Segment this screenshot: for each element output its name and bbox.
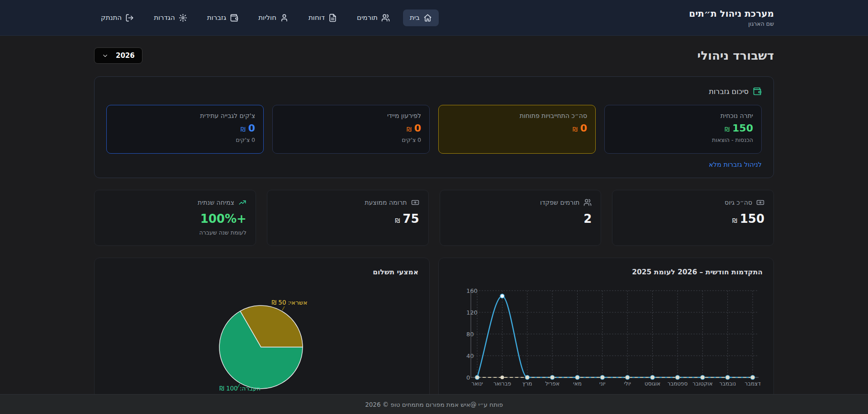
svg-text:מאי: מאי <box>573 381 582 387</box>
treasury-summary-header: סיכום גזברות <box>106 87 762 96</box>
svg-text:דצמבר: דצמבר <box>745 381 761 387</box>
pie-label-1: העברה: 100 ₪ <box>219 385 261 392</box>
chevron-down-icon <box>102 52 109 59</box>
svg-text:80: 80 <box>466 331 474 338</box>
year-select[interactable]: 2026 <box>94 47 142 64</box>
stat-card-active-donors: תורמים שפקדו2 <box>440 190 602 246</box>
nav-item-label: דוחות <box>308 14 325 22</box>
pie-chart-svg[interactable] <box>103 283 418 401</box>
wallet-icon <box>230 14 238 22</box>
top-navbar: מערכת ניהול ת״תים שם הארגון ביתתורמיםדוח… <box>0 0 868 36</box>
org-name: שם הארגון <box>689 20 774 27</box>
logout-icon <box>125 14 134 22</box>
svg-text:אפריל: אפריל <box>545 381 560 387</box>
main-content: דשבורד ניהולי 2026 סיכום גזברות יתרה נוכ… <box>94 47 774 414</box>
card-label: צ'קים לגבייה עתידית <box>115 112 255 119</box>
stat-label: צמיחה שנתית <box>198 199 234 206</box>
file-icon <box>328 14 337 22</box>
pie-chart-title: אמצעי תשלום <box>105 268 418 276</box>
users-icon <box>381 14 390 22</box>
svg-text:0: 0 <box>466 374 470 381</box>
stat-value: 100%+ <box>104 212 247 226</box>
svg-text:אוגוסט: אוגוסט <box>645 381 660 387</box>
currency-symbol: ₪ <box>725 126 730 133</box>
svg-text:160: 160 <box>466 287 478 294</box>
page-footer: פותח ע״י @איש אמת מפורום מתמחים טופ © 20… <box>0 394 868 414</box>
stat-header: סה״כ גיוס <box>621 198 764 207</box>
nav-item-treasury[interactable]: גזברות <box>200 9 245 26</box>
stat-subtext: לעומת שנה שעברה <box>104 229 247 236</box>
stat-header: צמיחה שנתית <box>104 198 247 207</box>
stat-card-avg-donation: תרומה ממוצעת₪75 <box>267 190 429 246</box>
stat-header: תורמים שפקדו <box>449 198 592 207</box>
svg-text:יוני: יוני <box>599 381 605 387</box>
payment-methods-pie-chart[interactable]: אשראי: 50 ₪העברה: 100 ₪ <box>105 283 418 403</box>
nav-item-label: תורמים <box>357 14 378 22</box>
line-chart-svg[interactable]: 04080120160ינוארפברוארמרץאפרילמאייונייול… <box>446 283 763 396</box>
svg-text:יולי: יולי <box>624 381 631 387</box>
nav-item-label: התנתק <box>101 14 122 22</box>
treasury-full-link[interactable]: לניהול גזברות מלא <box>709 161 762 168</box>
nav-item-reports[interactable]: דוחות <box>302 9 344 26</box>
app-title: מערכת ניהול ת״תים <box>689 8 774 19</box>
monthly-progress-line-chart[interactable]: 04080120160ינוארפברוארמרץאפרילמאייונייול… <box>450 283 763 398</box>
nav-item-groups[interactable]: חוליות <box>251 9 295 26</box>
page-title: דשבורד ניהולי <box>697 49 774 62</box>
monthly-progress-chart-panel: התקדמות חודשית – 2026 לעומת 2025 0408012… <box>438 258 774 414</box>
nav-item-label: הגדרות <box>154 14 175 22</box>
trend-icon <box>238 198 247 207</box>
year-select-value: 2026 <box>116 52 135 60</box>
nav-item-donors[interactable]: תורמים <box>350 9 397 26</box>
svg-text:פברואר: פברואר <box>493 381 511 387</box>
card-subtext: הכנסות - הוצאות <box>613 136 753 143</box>
stat-value: 2 <box>449 212 592 226</box>
nav-item-label: חוליות <box>258 14 276 22</box>
wallet-icon <box>753 87 762 96</box>
stat-header: תרומה ממוצעת <box>276 198 419 207</box>
card-subtext: 0 צ'קים <box>281 136 421 143</box>
nav-item-label: בית <box>410 14 420 22</box>
banknote-icon <box>411 198 419 207</box>
card-label: יתרה נוכחית <box>613 112 753 119</box>
stat-value: ₪75 <box>276 212 419 226</box>
currency-symbol: ₪ <box>573 126 578 133</box>
svg-text:נובמבר: נובמבר <box>719 381 736 387</box>
pie-label-0: אשראי: 50 ₪ <box>271 299 307 306</box>
treasury-card-3: צ'קים לגבייה עתידית₪00 צ'קים <box>106 105 264 154</box>
line-chart-title: התקדמות חודשית – 2026 לעומת 2025 <box>450 268 763 276</box>
card-label: לפירעון מיידי <box>281 112 421 119</box>
stat-label: תורמים שפקדו <box>540 199 579 206</box>
charts-row: התקדמות חודשית – 2026 לעומת 2025 0408012… <box>94 258 774 414</box>
card-value: ₪150 <box>613 122 753 134</box>
home-icon <box>423 14 432 22</box>
svg-text:ספטמבר: ספטמבר <box>667 381 688 387</box>
currency-symbol: ₪ <box>407 126 412 133</box>
stat-label: תרומה ממוצעת <box>365 199 407 206</box>
nav-menu: ביתתורמיםדוחותחוליותגזברותהגדרותהתנתק <box>94 9 439 26</box>
stat-cards: סה״כ גיוס₪150תורמים שפקדו2תרומה ממוצעת₪7… <box>94 190 774 246</box>
nav-item-label: גזברות <box>207 14 226 22</box>
svg-text:ינואר: ינואר <box>471 381 483 387</box>
app-brand: מערכת ניהול ת״תים שם הארגון <box>689 8 774 27</box>
stat-value: ₪150 <box>621 212 764 226</box>
currency-symbol: ₪ <box>241 126 246 133</box>
user-icon <box>280 14 289 22</box>
stat-label: סה״כ גיוס <box>725 199 752 206</box>
treasury-cards: יתרה נוכחית₪150הכנסות - הוצאותסה״כ התחיי… <box>106 105 762 154</box>
card-subtext: 0 צ'קים <box>115 136 255 143</box>
card-value: ₪0 <box>447 122 587 134</box>
users-icon <box>583 198 592 207</box>
footer-text: פותח ע״י @איש אמת מפורום מתמחים טופ © 20… <box>365 401 503 408</box>
svg-text:מרץ: מרץ <box>522 381 532 387</box>
treasury-summary-panel: סיכום גזברות יתרה נוכחית₪150הכנסות - הוצ… <box>94 76 774 178</box>
nav-item-logout[interactable]: התנתק <box>94 9 141 26</box>
treasury-card-2: לפירעון מיידי₪00 צ'קים <box>272 105 430 154</box>
nav-item-home[interactable]: בית <box>403 9 439 26</box>
treasury-card-0: יתרה נוכחית₪150הכנסות - הוצאות <box>604 105 762 154</box>
payment-methods-chart-panel: אמצעי תשלום אשראי: 50 ₪העברה: 100 ₪ <box>94 258 430 414</box>
nav-item-settings[interactable]: הגדרות <box>147 9 194 26</box>
svg-text:120: 120 <box>466 309 478 316</box>
card-label: סה״כ התחייבויות פתוחות <box>447 112 587 119</box>
stat-card-annual-growth: צמיחה שנתית100%+לעומת שנה שעברה <box>94 190 256 246</box>
svg-text:40: 40 <box>466 353 474 359</box>
